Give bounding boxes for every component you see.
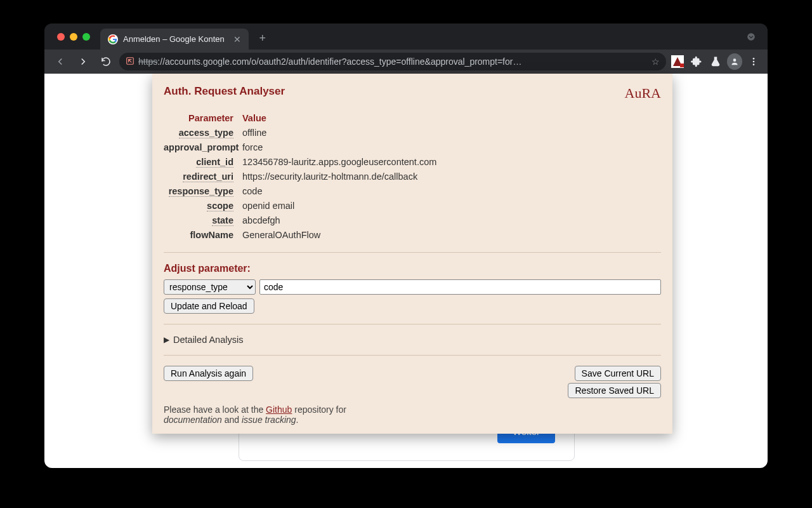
param-value: GeneralOAuthFlow — [242, 230, 661, 240]
parameter-table: Parameter Value access_typeofflineapprov… — [164, 110, 661, 242]
github-link[interactable]: Github — [266, 404, 292, 415]
address-bar[interactable]: https://accounts.google.com/o/oauth2/aut… — [119, 53, 666, 70]
svg-point-4 — [733, 58, 737, 62]
param-value: abcdefgh — [242, 215, 661, 225]
svg-point-5 — [753, 58, 755, 60]
extensions-icon[interactable] — [689, 54, 704, 69]
param-value: 123456789-lauritz.apps.googleusercontent… — [242, 157, 661, 167]
divider — [164, 355, 661, 356]
param-value: force — [242, 142, 661, 152]
run-analysis-button[interactable]: Run Analysis again — [164, 366, 253, 381]
svg-point-0 — [747, 33, 755, 41]
param-row: redirect_urihttps://security.lauritz-hol… — [164, 169, 661, 184]
param-name: response_type — [169, 186, 233, 197]
param-value: https://security.lauritz-holtmann.de/cal… — [242, 171, 661, 182]
param-name: access_type — [179, 128, 233, 138]
titlebar: Anmelden – Google Konten ✕ + — [44, 23, 768, 50]
tab-title: Anmelden – Google Konten — [123, 34, 225, 44]
close-tab-icon[interactable]: ✕ — [233, 34, 241, 44]
aura-popup: Auth. Request Analyser AuRA Parameter Va… — [152, 74, 672, 434]
svg-point-6 — [753, 61, 755, 63]
adjust-title: Adjust parameter: — [164, 263, 661, 274]
param-name: state — [212, 215, 233, 226]
header-parameter: Parameter — [164, 113, 242, 123]
param-name: scope — [207, 201, 233, 211]
param-value: openid email — [242, 201, 661, 211]
divider — [164, 252, 661, 253]
new-tab-button[interactable]: + — [254, 30, 272, 48]
toolbar: https://accounts.google.com/o/oauth2/aut… — [44, 50, 768, 74]
not-secure-icon — [126, 57, 134, 67]
restore-url-button[interactable]: Restore Saved URL — [568, 383, 661, 398]
google-favicon — [108, 34, 118, 44]
window-menu-icon[interactable] — [743, 29, 759, 44]
param-row: scopeopenid email — [164, 198, 661, 213]
parameter-select[interactable]: response_type — [164, 279, 256, 295]
param-row: flowNameGeneralOAuthFlow — [164, 227, 661, 242]
svg-point-7 — [753, 64, 755, 65]
param-row: response_typecode — [164, 184, 661, 198]
update-reload-button[interactable]: Update and Reload — [164, 298, 254, 314]
url-text: https://accounts.google.com/o/oauth2/aut… — [138, 57, 521, 67]
back-button[interactable] — [51, 52, 70, 71]
window-controls — [57, 33, 90, 41]
param-name: redirect_uri — [183, 171, 233, 182]
disclosure-triangle-icon: ▶ — [164, 335, 169, 344]
browser-window: Anmelden – Google Konten ✕ + https://acc… — [44, 23, 768, 468]
param-value: code — [242, 186, 661, 196]
profile-icon[interactable] — [727, 54, 742, 69]
forward-button[interactable] — [74, 52, 93, 71]
footer-note: Please have a look at the Github reposit… — [164, 404, 661, 425]
close-window-icon[interactable] — [57, 33, 65, 41]
param-row: approval_promptforce — [164, 140, 661, 154]
maximize-window-icon[interactable] — [82, 33, 90, 41]
bookmark-star-icon[interactable]: ☆ — [652, 57, 660, 67]
svg-rect-3 — [680, 64, 684, 67]
minimize-window-icon[interactable] — [70, 33, 77, 41]
param-row: access_typeoffline — [164, 125, 661, 140]
aura-logo: AuRA — [625, 85, 661, 102]
popup-title: Auth. Request Analyser — [164, 85, 285, 98]
divider — [164, 324, 661, 324]
aura-extension-icon[interactable] — [670, 54, 685, 69]
param-name: approval_prompt — [164, 142, 239, 152]
param-row: client_id123456789-lauritz.apps.googleus… — [164, 154, 661, 169]
param-name: client_id — [196, 157, 233, 168]
header-value: Value — [242, 113, 661, 123]
detailed-analysis-toggle[interactable]: ▶ Detailed Analysis — [164, 335, 661, 345]
labs-icon[interactable] — [708, 54, 723, 69]
reload-button[interactable] — [96, 52, 115, 71]
adjust-section: Adjust parameter: response_type Update a… — [164, 263, 661, 314]
detailed-analysis-label: Detailed Analysis — [173, 335, 243, 345]
param-value: offline — [242, 128, 661, 138]
param-name: flowName — [190, 230, 234, 240]
parameter-value-input[interactable] — [259, 279, 661, 295]
page-content: Weiter Auth. Request Analyser AuRA Param… — [44, 74, 768, 468]
menu-icon[interactable] — [746, 54, 761, 69]
browser-tab[interactable]: Anmelden – Google Konten ✕ — [100, 29, 249, 50]
param-row: stateabcdefgh — [164, 213, 661, 227]
save-url-button[interactable]: Save Current URL — [575, 366, 661, 381]
